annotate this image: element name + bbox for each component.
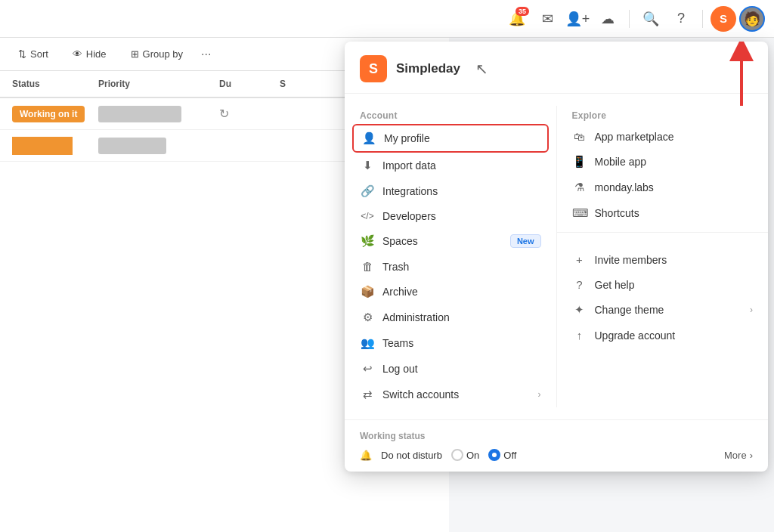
group-by-label: Group by — [143, 48, 183, 60]
off-label: Off — [503, 450, 516, 461]
new-badge: New — [510, 234, 541, 248]
teams-icon: 👥 — [360, 336, 375, 350]
upgrade-account-item[interactable]: ↑ Upgrade account — [557, 323, 769, 348]
on-radio-group: On — [451, 449, 479, 461]
off-radio-option[interactable]: Off — [488, 449, 516, 461]
sort-icon: ⇅ — [18, 48, 26, 60]
upgrade-account-label: Upgrade account — [595, 329, 754, 342]
spaces-item[interactable]: 🌿 Spaces New — [345, 228, 556, 254]
integrations-icon: 🔗 — [360, 184, 375, 198]
status-cell-2 — [0, 137, 98, 155]
admin-icon: ⚙ — [360, 311, 375, 324]
working-status-row: 🔔 Do not disturb On Off More › — [360, 449, 753, 461]
integrations-label: Integrations — [382, 185, 541, 197]
avatar-s[interactable]: S — [711, 6, 736, 32]
labs-icon: ⚗ — [572, 181, 587, 194]
logout-icon: ↩ — [360, 362, 375, 376]
search-button[interactable]: 🔍 — [637, 5, 664, 32]
notifications-button[interactable]: 🔔 35 — [503, 5, 531, 32]
due-column-header: Du — [219, 79, 280, 89]
cloud-button[interactable]: ☁ — [594, 5, 621, 32]
cloud-icon: ☁ — [601, 11, 615, 27]
marketplace-icon: 🛍 — [572, 130, 587, 143]
monday-labs-label: monday.labs — [595, 181, 754, 193]
monday-labs-item[interactable]: ⚗ monday.labs — [557, 175, 769, 200]
app-marketplace-item[interactable]: 🛍 App marketplace — [557, 124, 769, 149]
inbox-icon: ✉ — [542, 11, 553, 27]
off-radio-group: Off — [488, 449, 516, 461]
spaces-label: Spaces — [382, 235, 503, 247]
more-button[interactable]: More › — [724, 450, 753, 461]
extra-column-header: S — [280, 79, 302, 89]
import-data-label: Import data — [382, 159, 541, 172]
working-status-section: Working status 🔔 Do not disturb On Off M… — [345, 419, 768, 472]
sort-label: Sort — [30, 48, 48, 60]
search-icon: 🔍 — [642, 11, 659, 27]
avatar-image: 🧑 — [744, 11, 760, 27]
hide-button[interactable]: 👁 Hide — [67, 45, 113, 63]
shortcuts-item[interactable]: ⌨ Shortcuts — [557, 200, 769, 226]
my-profile-item[interactable]: 👤 My profile — [352, 124, 549, 153]
integrations-item[interactable]: 🔗 Integrations — [345, 178, 556, 204]
more-label: More — [724, 450, 747, 461]
archive-item[interactable]: 📦 Archive — [345, 279, 556, 305]
menu-columns: Account 👤 My profile ⬇ Import data 🔗 Int… — [345, 94, 768, 419]
divider-2 — [702, 10, 703, 28]
more-chevron-icon: › — [750, 450, 753, 461]
sort-button[interactable]: ⇅ Sort — [12, 45, 54, 63]
import-data-item[interactable]: ⬇ Import data — [345, 153, 556, 178]
priority-cell-2 — [98, 138, 219, 154]
import-icon: ⬇ — [360, 159, 375, 172]
group-by-button[interactable]: ⊞ Group by — [125, 45, 189, 63]
invite-icon: + — [572, 253, 587, 266]
theme-chevron-icon: › — [750, 305, 753, 315]
invite-members-item[interactable]: + Invite members — [557, 247, 769, 272]
get-help-item[interactable]: ? Get help — [557, 272, 769, 297]
help-button[interactable]: ? — [667, 5, 695, 32]
priority-bar — [98, 106, 181, 122]
logout-label: Log out — [382, 363, 541, 375]
shortcuts-label: Shortcuts — [595, 207, 754, 219]
explore-column: Explore 🛍 App marketplace 📱 Mobile app ⚗… — [557, 100, 769, 413]
invite-members-label: Invite members — [595, 254, 754, 266]
notification-badge: 35 — [515, 7, 529, 16]
administration-label: Administration — [382, 311, 541, 323]
profile-icon: 👤 — [361, 131, 376, 145]
group-icon: ⊞ — [131, 48, 139, 60]
cursor-icon: ↖ — [475, 60, 488, 78]
menu-header: S Simpleday ↖ — [345, 42, 768, 94]
mobile-app-item[interactable]: 📱 Mobile app — [557, 149, 769, 175]
trash-item[interactable]: 🗑 Trash — [345, 254, 556, 279]
hide-icon: 👁 — [73, 48, 82, 60]
change-theme-item[interactable]: ✦ Change theme › — [557, 297, 769, 323]
logout-item[interactable]: ↩ Log out — [345, 356, 556, 382]
account-section-label: Account — [345, 106, 556, 124]
add-user-button[interactable]: 👤+ — [564, 5, 591, 32]
status-badge: Working on it — [12, 106, 85, 122]
company-name: Simpleday — [396, 61, 460, 76]
status-column-header: Status — [0, 79, 98, 89]
switch-icon: ⇄ — [360, 388, 375, 401]
theme-icon: ✦ — [572, 303, 587, 317]
developers-item[interactable]: </> Developers — [345, 204, 556, 228]
priority-bar-small — [98, 138, 166, 154]
status-cell: Working on it — [0, 106, 98, 122]
on-radio-option[interactable]: On — [451, 449, 479, 461]
get-help-label: Get help — [595, 279, 754, 291]
company-logo: S — [360, 55, 387, 82]
account-column: Account 👤 My profile ⬇ Import data 🔗 Int… — [345, 100, 556, 413]
inbox-button[interactable]: ✉ — [534, 5, 561, 32]
priority-column-header: Priority — [98, 79, 219, 89]
switch-accounts-item[interactable]: ⇄ Switch accounts › — [345, 382, 556, 407]
teams-item[interactable]: 👥 Teams — [345, 330, 556, 356]
more-options-button[interactable]: ··· — [201, 48, 211, 61]
hide-label: Hide — [86, 48, 107, 60]
priority-cell — [98, 106, 219, 122]
code-icon: </> — [360, 211, 375, 221]
app-marketplace-label: App marketplace — [595, 131, 754, 143]
status-empty-badge — [12, 137, 73, 155]
archive-label: Archive — [382, 286, 541, 298]
user-avatar[interactable]: 🧑 — [739, 6, 765, 32]
administration-item[interactable]: ⚙ Administration — [345, 305, 556, 330]
user-dropdown-menu: S Simpleday ↖ Account 👤 My profile ⬇ Imp… — [345, 42, 768, 472]
